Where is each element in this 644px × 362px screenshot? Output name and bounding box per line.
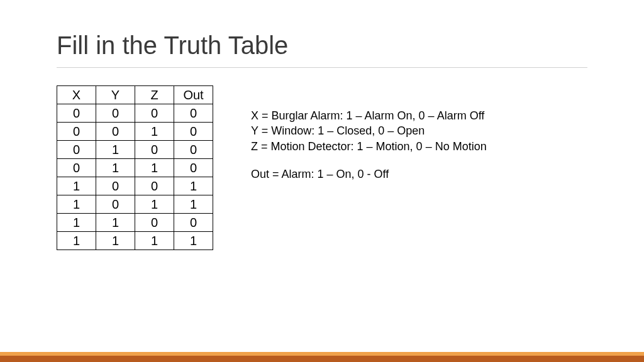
table-row: 1 1 0 0 (57, 214, 213, 232)
cell: 1 (135, 232, 174, 250)
table-header-row: X Y Z Out (57, 86, 213, 104)
cell: 0 (174, 141, 213, 159)
cell: 0 (96, 177, 135, 195)
legend-line: Out = Alarm: 1 – On, 0 - Off (251, 167, 487, 182)
footer-bar-bottom (0, 356, 644, 362)
cell: 0 (57, 123, 96, 141)
cell: 0 (57, 104, 96, 123)
cell: 0 (96, 104, 135, 123)
footer-accent-bar (0, 352, 644, 362)
truth-table: X Y Z Out 0 0 0 0 0 0 1 0 (57, 85, 213, 250)
cell: 0 (135, 177, 174, 195)
cell: 0 (174, 104, 213, 123)
cell: 1 (96, 159, 135, 177)
col-header: Y (96, 86, 135, 104)
table-row: 0 1 0 0 (57, 141, 213, 159)
cell: 0 (57, 159, 96, 177)
table-row: 0 0 0 0 (57, 104, 213, 123)
slide: Fill in the Truth Table X Y Z Out 0 0 0 … (0, 0, 644, 362)
legend-line: Z = Motion Detector: 1 – Motion, 0 – No … (251, 139, 487, 154)
cell: 1 (96, 141, 135, 159)
cell: 0 (135, 214, 174, 232)
table-row: 1 1 1 1 (57, 232, 213, 250)
cell: 1 (135, 123, 174, 141)
col-header: Z (135, 86, 174, 104)
cell: 1 (57, 214, 96, 232)
title-underline (57, 67, 587, 68)
table-row: 1 0 1 1 (57, 195, 213, 214)
cell: 0 (174, 214, 213, 232)
cell: 1 (135, 159, 174, 177)
cell: 1 (174, 177, 213, 195)
legend: X = Burglar Alarm: 1 – Alarm On, 0 – Ala… (251, 85, 487, 182)
cell: 1 (57, 195, 96, 214)
content-row: X Y Z Out 0 0 0 0 0 0 1 0 (57, 85, 587, 250)
cell: 1 (57, 232, 96, 250)
page-title: Fill in the Truth Table (57, 31, 587, 60)
cell: 1 (57, 177, 96, 195)
legend-gap (251, 154, 487, 167)
cell: 0 (174, 159, 213, 177)
cell: 0 (96, 123, 135, 141)
table-row: 1 0 0 1 (57, 177, 213, 195)
cell: 0 (174, 123, 213, 141)
legend-line: X = Burglar Alarm: 1 – Alarm On, 0 – Ala… (251, 108, 487, 123)
cell: 0 (96, 195, 135, 214)
cell: 0 (57, 141, 96, 159)
table-row: 0 0 1 0 (57, 123, 213, 141)
cell: 1 (174, 232, 213, 250)
cell: 1 (96, 232, 135, 250)
col-header: X (57, 86, 96, 104)
cell: 0 (135, 104, 174, 123)
cell: 0 (135, 141, 174, 159)
cell: 1 (135, 195, 174, 214)
legend-line: Y = Window: 1 – Closed, 0 – Open (251, 123, 487, 138)
cell: 1 (96, 214, 135, 232)
col-header: Out (174, 86, 213, 104)
table-row: 0 1 1 0 (57, 159, 213, 177)
cell: 1 (174, 195, 213, 214)
